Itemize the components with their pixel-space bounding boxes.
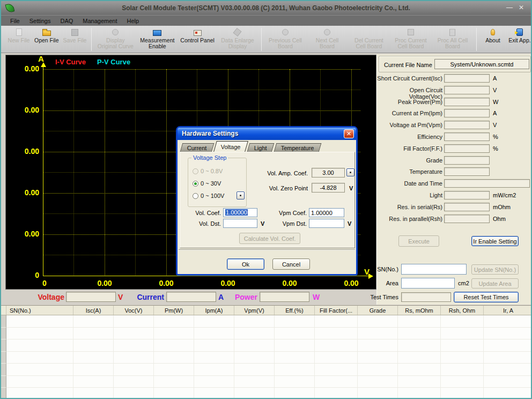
table-cell bbox=[234, 315, 275, 328]
menu-item-file[interactable]: File bbox=[5, 17, 25, 25]
table-cell bbox=[484, 388, 532, 399]
process-current-icon bbox=[406, 28, 416, 36]
table-cell bbox=[234, 376, 275, 388]
vpm-coef-input[interactable] bbox=[309, 208, 344, 217]
new-file-icon bbox=[14, 28, 24, 36]
menu-item-settings[interactable]: Settings bbox=[25, 17, 56, 25]
toolbar-button-exit-app[interactable]: Exit App. bbox=[506, 27, 532, 43]
column-header-ir-a: Ir, A bbox=[484, 306, 532, 315]
radio-option-0-100v[interactable]: 0 ~ 100V bbox=[193, 193, 224, 199]
menu-item-help[interactable]: Help bbox=[122, 17, 144, 25]
table-cell bbox=[275, 388, 315, 399]
voltage-readout-unit: V bbox=[118, 293, 123, 301]
vol-dst-label: Vol. Dst. bbox=[181, 220, 221, 227]
display-curve-icon bbox=[110, 28, 120, 36]
vol-zero-point-unit: V bbox=[349, 185, 353, 191]
dialog-close-icon[interactable]: ✕ bbox=[344, 129, 354, 138]
legend-iv-curve: I-V Curve bbox=[55, 58, 86, 66]
column-header-sn-no: SN(No.) bbox=[6, 306, 73, 315]
next-cell-icon bbox=[322, 28, 332, 36]
menu-item-daq[interactable]: DAQ bbox=[55, 17, 78, 25]
row-selector-cell bbox=[1, 352, 6, 364]
vol-dst-input[interactable] bbox=[223, 219, 257, 228]
tab-light[interactable]: Light bbox=[247, 143, 274, 152]
toolbar-button-measurement-enable[interactable]: Measurement Enable bbox=[136, 27, 178, 49]
current-readout-field bbox=[166, 292, 216, 302]
voltage-tab-page: Voltage Step 0 ~ 0.8V0 ~ 30V0 ~ 100V Vol… bbox=[180, 152, 355, 248]
vol-coef-input[interactable]: 1.00000 bbox=[223, 208, 257, 217]
menu-item-management[interactable]: Management bbox=[78, 17, 122, 25]
tab-voltage[interactable]: Voltage bbox=[213, 141, 248, 152]
table-cell bbox=[154, 352, 194, 364]
toolbar-button-control-panel[interactable]: Control Panel bbox=[178, 27, 217, 43]
voltage-step-adjust-button[interactable] bbox=[237, 191, 245, 200]
column-header-vpm-v: Vpm(V) bbox=[234, 306, 275, 315]
dialog-title-bar[interactable]: Hardware Settings bbox=[178, 128, 356, 140]
vol-zero-point-label: Vol. Zero Point bbox=[245, 185, 308, 191]
calculate-vol-coef-button: Calculate Vol. Coef. bbox=[239, 233, 300, 244]
tab-temperature[interactable]: Temperature bbox=[274, 143, 321, 152]
table-cell bbox=[484, 328, 532, 340]
radio-label: 0 ~ 100V bbox=[201, 193, 224, 199]
table-row bbox=[1, 388, 532, 399]
toolbar-button-new-file: New File bbox=[5, 27, 32, 43]
power-readout-label: Power bbox=[223, 293, 257, 301]
grid-line-horizontal-minor bbox=[43, 90, 360, 90]
reset-test-times-button[interactable]: Reset Test Times bbox=[454, 292, 519, 302]
column-header-voc-v: Voc(V) bbox=[114, 306, 154, 315]
vol-amp-coef-adjust-button[interactable] bbox=[346, 168, 354, 176]
table-cell bbox=[194, 376, 234, 388]
test-times-field bbox=[401, 292, 451, 302]
date-and-time-field bbox=[444, 179, 530, 188]
toolbar-button-about[interactable]: About bbox=[479, 27, 506, 43]
table-cell bbox=[154, 339, 194, 352]
table-cell bbox=[358, 352, 398, 364]
sn-input[interactable] bbox=[401, 264, 467, 275]
field-label-voltage-at-pm-vpm: Voltage at Pm(Vpm) bbox=[377, 122, 442, 128]
tab-current[interactable]: Current bbox=[180, 143, 214, 152]
radio-option-0-30v[interactable]: 0 ~ 30V bbox=[193, 180, 221, 187]
ok-button[interactable]: Ok bbox=[227, 258, 264, 270]
grade-field bbox=[444, 156, 490, 165]
unit-label-voltage-at-pm-vpm: V bbox=[493, 122, 497, 128]
dialog-tab-strip: CurrentVoltageLightTemperature bbox=[181, 142, 320, 152]
field-label-efficiency: Efficiency bbox=[377, 134, 442, 140]
y-tick-label: 0.00 bbox=[8, 106, 39, 114]
table-cell bbox=[358, 364, 398, 376]
table-cell bbox=[275, 376, 315, 388]
table-cell bbox=[234, 388, 275, 399]
close-icon[interactable]: ✕ bbox=[517, 4, 526, 12]
table-cell bbox=[398, 364, 441, 376]
voltage-at-pm-vpm-field bbox=[444, 121, 490, 129]
cancel-button[interactable]: Cancel bbox=[272, 258, 310, 270]
title-bar[interactable]: Solar Cell Module Tester(SCMT) V03.00.00… bbox=[1, 1, 531, 15]
column-header-ipm-a: Ipm(A) bbox=[194, 306, 234, 315]
execute-button: Execute bbox=[398, 235, 439, 247]
x-tick-label: 0.00 bbox=[147, 279, 185, 287]
unit-label-current-at-pm-ipm: A bbox=[493, 110, 497, 116]
column-header-fill-factor: Fill Factor(... bbox=[315, 306, 358, 315]
window-title: Solar Cell Module Tester(SCMT) V03.00.00… bbox=[1, 4, 531, 12]
row-selector-cell bbox=[1, 388, 6, 399]
about-icon bbox=[488, 28, 498, 36]
row-selector-header bbox=[1, 306, 6, 315]
table-cell bbox=[398, 376, 441, 388]
previous-cell-icon bbox=[280, 28, 290, 36]
result-panel: Current File Name System/Unknown.scmtd S… bbox=[376, 54, 532, 305]
area-input[interactable] bbox=[401, 278, 455, 289]
table-cell bbox=[6, 328, 73, 340]
file-name-value: System/Unknown.scmtd bbox=[434, 59, 529, 69]
vol-amp-coef-label: Vol. Amp. Coef. bbox=[245, 170, 308, 176]
table-cell bbox=[73, 388, 114, 399]
table-cell bbox=[358, 376, 398, 388]
minimize-icon[interactable]: — bbox=[505, 4, 514, 12]
table-cell bbox=[441, 352, 484, 364]
toolbar-button-open-file[interactable]: Open File bbox=[32, 27, 61, 43]
vpm-dst-input[interactable] bbox=[309, 219, 344, 228]
x-tick-label: 0.00 bbox=[209, 279, 247, 287]
efficiency-field bbox=[444, 132, 490, 141]
table-cell bbox=[73, 328, 114, 340]
radio-icon bbox=[193, 181, 198, 187]
unit-label-fill-factor-f-f: % bbox=[493, 145, 498, 152]
ir-enable-setting-button[interactable]: Ir Enable Setting bbox=[471, 236, 519, 246]
